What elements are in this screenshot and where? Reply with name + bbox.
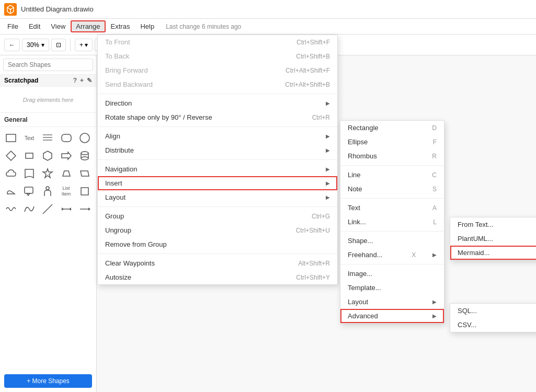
shape-squiggle[interactable] bbox=[3, 201, 19, 217]
title-bar: Untitled Diagram.drawio bbox=[0, 0, 536, 19]
shape-square[interactable] bbox=[77, 183, 93, 199]
svg-rect-18 bbox=[25, 187, 33, 193]
shape-diamond[interactable] bbox=[3, 148, 19, 164]
insert-image[interactable]: Image... bbox=[340, 267, 444, 281]
arrange-ungroup[interactable]: Ungroup Ctrl+Shift+U bbox=[98, 223, 337, 237]
insert-freehand[interactable]: Freehand... X bbox=[340, 248, 444, 262]
arrange-remove-from-group[interactable]: Remove from Group bbox=[98, 237, 337, 251]
help-icon[interactable]: ? bbox=[73, 77, 77, 84]
shape-parallelogram[interactable] bbox=[77, 166, 93, 181]
arrange-rotate[interactable]: Rotate shape only by 90° / Reverse Ctrl+… bbox=[98, 110, 337, 124]
arrange-group[interactable]: Group Ctrl+G bbox=[98, 209, 337, 223]
arrange-sep-2 bbox=[98, 126, 337, 127]
freehand-from-text[interactable]: From Text... bbox=[450, 217, 536, 232]
shape-list[interactable]: List Item bbox=[59, 183, 74, 199]
svg-marker-9 bbox=[43, 151, 52, 160]
insert-layout[interactable]: Layout bbox=[340, 295, 444, 309]
shape-curve[interactable] bbox=[21, 201, 37, 217]
insert-note[interactable]: Note S bbox=[340, 182, 444, 196]
scratchpad-header: Scratchpad ? + ✎ bbox=[0, 75, 96, 87]
shape-rounded-rect[interactable] bbox=[59, 130, 74, 146]
menu-extras[interactable]: Extras bbox=[106, 20, 135, 32]
scratchpad-icons: ? + ✎ bbox=[73, 77, 92, 84]
menu-arrange[interactable]: Arrange bbox=[71, 20, 105, 32]
insert-advanced[interactable]: Advanced bbox=[340, 309, 444, 323]
zoom-display[interactable]: 30% ▾ bbox=[22, 39, 49, 51]
arrange-bring-forward[interactable]: Bring Forward Ctrl+Alt+Shift+F bbox=[98, 63, 337, 77]
shape-arrow-right[interactable] bbox=[59, 148, 74, 164]
shape-half-circle[interactable] bbox=[3, 183, 19, 199]
svg-marker-24 bbox=[62, 207, 64, 211]
svg-point-6 bbox=[80, 133, 89, 143]
shape-circle[interactable] bbox=[77, 130, 93, 146]
shape-bidirectional[interactable] bbox=[59, 201, 74, 217]
shape-rectangle[interactable] bbox=[3, 130, 19, 146]
shape-cloud[interactable] bbox=[3, 166, 19, 181]
shape-person[interactable] bbox=[40, 183, 55, 199]
shape-hexagon[interactable] bbox=[40, 148, 55, 164]
insert-sep-3 bbox=[340, 231, 444, 232]
arrange-insert[interactable]: Insert bbox=[98, 176, 337, 190]
scratchpad-hint: Drag elements here bbox=[23, 97, 74, 103]
freehand-mermaid[interactable]: Mermaid... bbox=[450, 246, 536, 260]
shapes-section: General Text bbox=[0, 113, 96, 370]
arrange-navigation[interactable]: Navigation bbox=[98, 162, 337, 176]
advanced-sql[interactable]: SQL... bbox=[450, 304, 536, 318]
edit-icon[interactable]: ✎ bbox=[87, 77, 92, 84]
insert-text[interactable]: Text A bbox=[340, 201, 444, 215]
more-shapes-button[interactable]: + More Shapes bbox=[4, 374, 92, 388]
svg-marker-25 bbox=[69, 207, 71, 211]
arrange-align[interactable]: Align bbox=[98, 129, 337, 143]
arrange-to-back[interactable]: To Back Ctrl+Shift+B bbox=[98, 49, 337, 63]
undo-button[interactable]: ← bbox=[4, 39, 20, 51]
insert-ellipse[interactable]: Ellipse F bbox=[340, 135, 444, 149]
svg-marker-10 bbox=[62, 152, 71, 159]
search-input[interactable] bbox=[3, 59, 93, 71]
menu-file[interactable]: File bbox=[2, 20, 24, 32]
shape-cylinder[interactable] bbox=[77, 148, 93, 164]
zoom-fit-button[interactable]: ⊡ bbox=[51, 39, 66, 51]
menu-view[interactable]: View bbox=[45, 20, 71, 32]
insert-button[interactable]: + ▾ bbox=[75, 39, 93, 51]
freehand-plantuml[interactable]: PlantUML... bbox=[450, 232, 536, 246]
shape-line[interactable] bbox=[40, 201, 55, 217]
shape-small-rect[interactable] bbox=[21, 148, 37, 164]
advanced-csv[interactable]: CSV... bbox=[450, 318, 536, 332]
advanced-dropdown: SQL... CSV... bbox=[450, 303, 536, 332]
sidebar: Scratchpad ? + ✎ Drag elements here Gene… bbox=[0, 55, 97, 392]
insert-shape[interactable]: Shape... bbox=[340, 234, 444, 248]
svg-line-22 bbox=[43, 204, 52, 214]
shape-text[interactable]: Text bbox=[21, 130, 37, 146]
shape-trapezoid[interactable] bbox=[59, 166, 74, 181]
insert-rectangle[interactable]: Rectangle D bbox=[340, 121, 444, 135]
insert-link[interactable]: Link... L bbox=[340, 215, 444, 229]
svg-rect-5 bbox=[62, 134, 71, 142]
shape-star[interactable] bbox=[40, 166, 55, 181]
shape-lines[interactable] bbox=[40, 130, 55, 146]
arrange-clear-waypoints[interactable]: Clear Waypoints Alt+Shift+R bbox=[98, 256, 337, 270]
arrange-to-front[interactable]: To Front Ctrl+Shift+F bbox=[98, 35, 337, 49]
shape-directional[interactable] bbox=[77, 201, 93, 217]
toolbar-separator bbox=[70, 39, 71, 51]
insert-sep-4 bbox=[340, 264, 444, 264]
svg-point-20 bbox=[46, 187, 49, 190]
add-icon[interactable]: + bbox=[80, 77, 84, 84]
menu-edit[interactable]: Edit bbox=[24, 20, 45, 32]
svg-point-14 bbox=[81, 157, 88, 160]
arrange-send-backward[interactable]: Send Backward Ctrl+Alt+Shift+B bbox=[98, 77, 337, 91]
arrange-direction[interactable]: Direction bbox=[98, 96, 337, 110]
insert-template[interactable]: Template... bbox=[340, 281, 444, 295]
svg-point-11 bbox=[81, 152, 88, 155]
arrange-autosize[interactable]: Autosize Ctrl+Shift+Y bbox=[98, 270, 337, 284]
search-bar bbox=[0, 55, 96, 75]
shape-document[interactable] bbox=[21, 166, 37, 181]
insert-rhombus[interactable]: Rhombus R bbox=[340, 149, 444, 163]
arrange-layout[interactable]: Layout bbox=[98, 190, 337, 204]
insert-sep-2 bbox=[340, 198, 444, 199]
shape-callout[interactable] bbox=[21, 183, 37, 199]
menu-help[interactable]: Help bbox=[135, 20, 159, 32]
arrange-distribute[interactable]: Distribute bbox=[98, 143, 337, 157]
svg-marker-27 bbox=[88, 207, 90, 211]
menu-bar: File Edit View Arrange Extras Help Last … bbox=[0, 19, 536, 34]
insert-line[interactable]: Line C bbox=[340, 168, 444, 182]
